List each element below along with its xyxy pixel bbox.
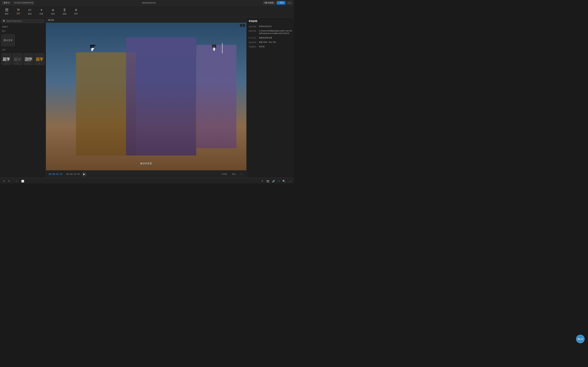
timeline-toolbar: ↺ ↻ ⊢ ⬜ 🎙 📷 🔗 ⊣ 🔍- — (0, 178, 294, 184)
zoom-in-button[interactable]: — (288, 179, 292, 183)
toolbar-divider-1 (13, 179, 13, 183)
export-button[interactable]: ↑ 导出 (277, 1, 285, 5)
huazi-item-3[interactable]: 花字 ⬇ (24, 53, 34, 65)
redo-button[interactable]: ↻ (8, 179, 11, 183)
video-subtitle: 像这种度柔 (140, 162, 152, 165)
main-layout: 🔍 收藏(0) 默认 默认文本 花字 花字 ⬇ 花字 ⬇ 花字 ⬇ (0, 18, 294, 178)
player-top-controls: ||| (240, 24, 245, 27)
huazi-download-4: ⬇ (39, 63, 40, 65)
demo-button[interactable]: 示波器 (220, 172, 228, 176)
default-text-grid: 默认文本 (0, 33, 46, 48)
autosave-status: 21:56:09 自动保存本地 (13, 1, 35, 5)
prop-label-0: 作品名称： (249, 25, 258, 28)
character-center (126, 38, 196, 155)
export-label: 导出 (280, 1, 284, 4)
prop-label-2: 导入方式： (249, 36, 258, 39)
toolbar-item-media[interactable]: 🎬 素材 (3, 8, 10, 16)
toolbar-item-text[interactable]: TI 文本 (15, 8, 21, 16)
prop-label-4: 代理模式： (249, 45, 258, 48)
transition-label: 转场 (51, 13, 55, 15)
prop-row-1: 保存位置： C:/Users/123/AppData/Local/lv User… (249, 30, 292, 35)
text-label: 文本 (16, 12, 20, 15)
effect-icon: ✦ (40, 8, 43, 12)
zoom-out-button[interactable]: 🔍- (282, 179, 287, 183)
play-button[interactable]: ▶ (82, 172, 86, 176)
search-icon: 🔍 (3, 20, 5, 22)
media-label: 素材 (5, 13, 9, 15)
huazi-text-2: 花字 (14, 56, 21, 63)
top-bar-left: 菜单 ▾ 21:56:09 自动保存本地 (2, 1, 35, 5)
default-text-label: 默认文本 (4, 39, 13, 42)
chevron-down-icon: ▾ (8, 2, 9, 4)
toolbar-item-transition[interactable]: ⊕ 转场 (50, 8, 56, 16)
undo-button[interactable]: ↺ (2, 179, 5, 183)
fullscreen-button[interactable]: ⛶ (239, 172, 244, 176)
prop-row-3: 色彩空间： 标准 SDR - Rec.709 (249, 41, 292, 44)
huazi-text-1: 花字 (3, 56, 10, 63)
transition-icon: ⊕ (52, 8, 54, 12)
menu-label: 菜单 (4, 1, 8, 4)
top-bar-right: ⌨ 快捷键 ↑ 导出 — (263, 1, 292, 5)
filter-icon: 🎛 (63, 8, 66, 12)
shortcut-button[interactable]: ⌨ 快捷键 (263, 1, 275, 5)
huazi-item-1[interactable]: 花字 ⬇ (1, 53, 11, 65)
text-overlay-right: 三师兄 黄枫谷 结盂初期 (212, 45, 216, 48)
prop-row-0: 作品名称： 202201152143 (249, 25, 292, 28)
player-header: 播放器 (46, 18, 246, 23)
default-section-label: 默认 (0, 29, 46, 33)
shortcut-label: 快捷键 (268, 1, 274, 4)
left-panel: 🔍 收藏(0) 默认 默认文本 花字 花字 ⬇ 花字 ⬇ 花字 ⬇ (0, 18, 46, 178)
prop-value-2: 保留在原有位置 (259, 36, 292, 39)
media-icon: 🎬 (5, 8, 9, 12)
mic-button[interactable]: 🎙 (261, 179, 264, 183)
timeline-section: ↺ ↻ ⊢ ⬜ 🎙 📷 🔗 ⊣ 🔍- — 00:00 00:05 00:10 0… (0, 178, 294, 184)
prop-label-1: 保存位置： (249, 30, 258, 32)
toolbar-item-sticker[interactable]: 🏷 贴纸 (26, 8, 33, 16)
prop-row-4: 代理模式： 未开启 (249, 45, 292, 48)
project-name-header: 202201152143 (142, 2, 156, 4)
text-icon: TI (17, 8, 19, 12)
toolbar-item-effect[interactable]: ✦ 特效 (38, 8, 44, 16)
filter-label: 滤镜 (63, 13, 66, 15)
split-button[interactable]: ⊢ (15, 179, 18, 183)
video-cursor (222, 43, 223, 53)
player-area: 薛师弟 黄枫谷 结盂初期 三师兄 黄枫谷 结盂初期 像这种度柔 ||| (46, 23, 246, 170)
adjust-icon: ⚙ (75, 8, 78, 12)
center-panel: 播放器 薛师弟 黄枫谷 结盂初期 三师兄 黄枫谷 结盂初期 (46, 18, 246, 178)
huazi-section-label: 花字 (0, 48, 46, 52)
search-input[interactable] (7, 20, 43, 22)
character-right (196, 45, 236, 148)
original-button[interactable]: 原始 (231, 172, 237, 176)
menu-button[interactable]: 菜单 ▾ (2, 1, 11, 5)
toolbar-item-filter[interactable]: 🎛 滤镜 (61, 8, 68, 16)
huazi-item-2[interactable]: 花字 ⬇ (12, 53, 22, 65)
crop-button[interactable]: ⬜ (21, 179, 25, 183)
sticker-icon: 🏷 (28, 8, 31, 12)
huazi-text-4: 花字 (36, 56, 43, 63)
favorites-label: 收藏(0) (0, 25, 46, 29)
huazi-item-4[interactable]: 花字 ⬇ (34, 53, 44, 65)
keyboard-icon: ⌨ (265, 2, 267, 4)
huazi-download-1: ⬇ (6, 63, 7, 65)
minimize-button[interactable]: — (287, 1, 292, 4)
top-bar: 菜单 ▾ 21:56:09 自动保存本地 202201152143 ⌨ 快捷键 … (0, 0, 294, 6)
prop-value-0: 202201152143 (259, 25, 292, 28)
player-title: 播放器 (48, 19, 54, 22)
default-text-item[interactable]: 默认文本 (1, 34, 15, 46)
split2-button[interactable]: ⊣ (277, 179, 280, 183)
video-button[interactable]: 📷 (266, 179, 270, 183)
search-box[interactable]: 🔍 (1, 19, 44, 23)
adjust-label: 调节 (74, 13, 78, 15)
prop-value-4: 未开启 (259, 45, 292, 48)
toolbar-item-adjust[interactable]: ⚙ 调节 (73, 8, 79, 16)
text-overlay-left: 薛师弟 黄枫谷 结盂初期 (90, 45, 95, 48)
right-panel-title: 草稿参数 (249, 20, 292, 23)
link-button[interactable]: 🔗 (271, 179, 276, 183)
time-total: 00:00:20:05 (66, 173, 80, 175)
sticker-label: 贴纸 (28, 13, 32, 15)
video-preview: 薛师弟 黄枫谷 结盂初期 三师兄 黄枫谷 结盂初期 像这种度柔 ||| (46, 23, 246, 170)
prop-value-1: C:/Users/123/AppData/Local/lv User Data/… (259, 30, 292, 35)
effect-label: 特效 (39, 13, 43, 15)
huazi-grid: 花字 ⬇ 花字 ⬇ 花字 ⬇ 花字 ⬇ (0, 52, 46, 67)
huazi-download-2: ⬇ (17, 63, 18, 65)
